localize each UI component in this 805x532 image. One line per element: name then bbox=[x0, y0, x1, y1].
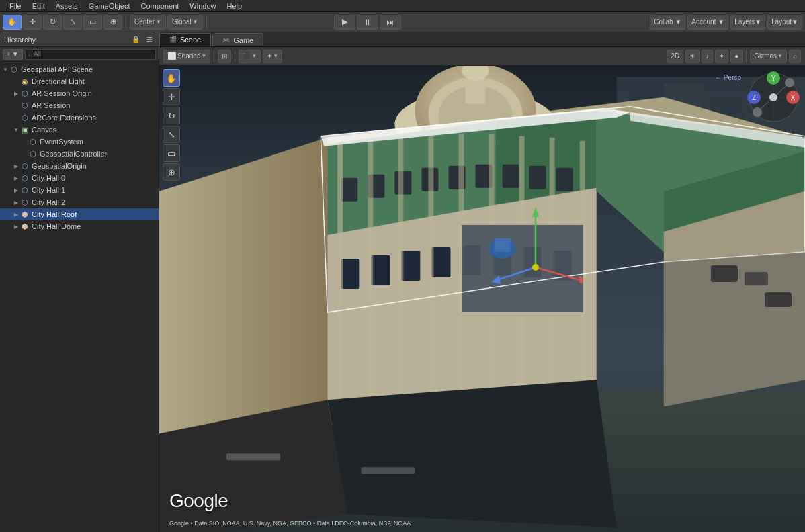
scene-tab-icon: 🎬 bbox=[169, 36, 177, 43]
svg-rect-23 bbox=[341, 178, 357, 202]
space-btn[interactable]: Global ▼ bbox=[167, 15, 203, 30]
scene-view[interactable]: ✋ ✛ ↻ ⤡ ▭ ⊕ ← Pers bbox=[159, 66, 805, 532]
hierarchy-lock-icon[interactable]: 🔒 bbox=[130, 34, 141, 45]
hier-item-city-hall-1[interactable]: ▶ ⬡ City Hall 1 bbox=[0, 184, 159, 196]
svg-point-83 bbox=[753, 107, 762, 117]
hier-item-ar-session-origin[interactable]: ▶ ⬡ AR Session Origin bbox=[0, 87, 159, 99]
hierarchy-search[interactable] bbox=[25, 49, 156, 60]
collab-btn[interactable]: Collab ▼ bbox=[650, 15, 685, 30]
light-icon: ◉ bbox=[20, 77, 30, 86]
hierarchy-add-btn[interactable]: + ▼ bbox=[3, 49, 23, 60]
hierarchy-menu-icon[interactable]: ☰ bbox=[144, 34, 155, 45]
svg-rect-57 bbox=[361, 467, 415, 474]
hier-item-city-hall-2[interactable]: ▶ ⬡ City Hall 2 bbox=[0, 196, 159, 208]
lighting-btn[interactable]: ☀ bbox=[685, 50, 700, 63]
2d-btn[interactable]: 2D bbox=[667, 50, 683, 63]
hier-item-geospatial-origin[interactable]: ▶ ⬡ GeospatialOrigin bbox=[0, 160, 159, 172]
arrow-canvas: ▼ bbox=[12, 126, 20, 134]
account-btn[interactable]: Account ▼ bbox=[687, 15, 728, 30]
hier-item-city-hall-0[interactable]: ▶ ⬡ City Hall 0 bbox=[0, 172, 159, 184]
go-icon-arcoreext: ⬡ bbox=[20, 113, 30, 122]
audio-btn[interactable]: ♪ bbox=[702, 50, 713, 63]
hier-label-geoctrl: GeospatialController bbox=[40, 150, 156, 158]
svg-marker-55 bbox=[327, 380, 616, 527]
game-tab-label: Game bbox=[233, 36, 253, 44]
add-arrow: ▼ bbox=[12, 50, 19, 58]
menu-file[interactable]: File bbox=[4, 2, 27, 10]
search-scene-btn[interactable]: ⌕ bbox=[789, 50, 801, 63]
scene-rect-btn[interactable]: ▭ bbox=[163, 144, 180, 162]
layers-btn[interactable]: Layers ▼ bbox=[730, 15, 765, 30]
fx-effects-btn[interactable]: ✦ bbox=[715, 50, 728, 63]
move-tool[interactable]: ✛ bbox=[23, 15, 42, 30]
rotate-tool[interactable]: ↻ bbox=[43, 15, 62, 30]
menu-component[interactable]: Component bbox=[135, 2, 184, 10]
scene-transform-btn[interactable]: ⊕ bbox=[163, 163, 180, 181]
hier-item-canvas[interactable]: ▼ ▣ Canvas bbox=[0, 124, 159, 136]
svg-rect-61 bbox=[745, 272, 768, 285]
menu-assets[interactable]: Assets bbox=[50, 2, 83, 10]
hier-label-chroof: City Hall Roof bbox=[32, 210, 156, 218]
hand-tool[interactable]: ✋ bbox=[3, 15, 22, 30]
tab-game[interactable]: 🎮 Game bbox=[212, 33, 263, 46]
tab-scene[interactable]: 🎬 Scene bbox=[159, 33, 211, 46]
step-button[interactable]: ⏭ bbox=[380, 15, 401, 30]
transform-tool[interactable]: ⊕ bbox=[103, 15, 122, 30]
scene-rotate-btn[interactable]: ↻ bbox=[163, 107, 180, 124]
svg-rect-62 bbox=[765, 292, 792, 307]
2d-label: 2D bbox=[671, 52, 679, 60]
go-icon-ch1: ⬡ bbox=[20, 185, 30, 195]
audio-icon: ♪ bbox=[706, 52, 709, 60]
hier-item-city-hall-roof[interactable]: ▶ ⬢ City Hall Roof bbox=[0, 208, 159, 220]
menu-edit[interactable]: Edit bbox=[27, 2, 50, 10]
svg-text:X: X bbox=[791, 94, 796, 101]
rect-tool[interactable]: ▭ bbox=[83, 15, 102, 30]
svg-rect-42 bbox=[398, 138, 403, 406]
scene-icon: ⬡ bbox=[9, 64, 19, 74]
scene-scale-btn[interactable]: ⤡ bbox=[163, 126, 180, 143]
menu-help[interactable]: Help bbox=[221, 2, 247, 10]
hierarchy-list: ▼ ⬡ Geospatial API Scene ▶ ◉ Directional… bbox=[0, 62, 159, 532]
view-gizmo[interactable]: Y X Z bbox=[747, 71, 800, 124]
svg-rect-31 bbox=[556, 168, 573, 191]
stb-sep1 bbox=[214, 50, 214, 62]
draw-mode-label: Shaded bbox=[177, 52, 200, 60]
scene-canvas bbox=[159, 66, 805, 532]
hier-label-ch2: City Hall 2 bbox=[32, 198, 156, 206]
mesh-icon-chroof: ⬢ bbox=[20, 210, 30, 219]
gizmos-btn[interactable]: Gizmos ▼ bbox=[750, 50, 787, 63]
svg-rect-56 bbox=[226, 453, 280, 460]
fx-btn[interactable]: ✦ ▼ bbox=[263, 50, 282, 63]
layout-btn[interactable]: Layout ▼ bbox=[767, 15, 802, 30]
pause-button[interactable]: ⏸ bbox=[357, 15, 378, 30]
world-grid-btn[interactable]: ⊞ bbox=[218, 50, 231, 63]
svg-rect-33 bbox=[371, 255, 390, 285]
scene-hand-btn[interactable]: ✋ bbox=[163, 69, 180, 87]
hier-item-event-system[interactable]: ▶ ⬡ EventSystem bbox=[0, 136, 159, 148]
hier-item-arcore-ext[interactable]: ▶ ⬡ ARCore Extensions bbox=[0, 112, 159, 124]
scene-move-btn[interactable]: ✛ bbox=[163, 88, 180, 105]
hier-item-ar-session[interactable]: ▶ ⬡ AR Session bbox=[0, 99, 159, 112]
hier-item-city-hall-dome[interactable]: ▶ ⬢ City Hall Dome bbox=[0, 220, 159, 232]
scale-tool[interactable]: ⤡ bbox=[63, 15, 82, 30]
pivot-group: Center ▼ Global ▼ bbox=[130, 15, 203, 30]
svg-marker-64 bbox=[532, 207, 539, 217]
hier-label-chdome: City Hall Dome bbox=[32, 222, 156, 230]
render-scale-btn[interactable]: ⬛ ▼ bbox=[239, 50, 261, 63]
menu-gameobject[interactable]: GameObject bbox=[83, 2, 136, 10]
hier-item-directional-light[interactable]: ▶ ◉ Directional Light bbox=[0, 75, 159, 87]
scene-view-options-btn[interactable]: ● bbox=[730, 50, 743, 63]
hier-label-scene: Geospatial API Scene bbox=[21, 65, 156, 73]
play-button[interactable]: ▶ bbox=[334, 15, 355, 30]
arrow-arsession: ▶ bbox=[12, 89, 20, 97]
hierarchy-panel: Hierarchy 🔒 ☰ + ▼ ▼ ⬡ Geospatial API Sce… bbox=[0, 32, 159, 532]
hier-item-geospatial-ctrl[interactable]: ▶ ⬡ GeospatialController bbox=[0, 148, 159, 160]
gizmos-label: Gizmos bbox=[754, 52, 777, 60]
pivot-btn[interactable]: Center ▼ bbox=[130, 15, 166, 30]
data-attribution: Google • Data SIO, NOAA, U.S. Navy, NGA,… bbox=[169, 520, 411, 527]
menu-window[interactable]: Window bbox=[184, 2, 221, 10]
hier-item-geospatial-api-scene[interactable]: ▼ ⬡ Geospatial API Scene bbox=[0, 63, 159, 75]
arrow-geoorigin: ▶ bbox=[12, 162, 20, 170]
transform-gizmo bbox=[489, 200, 583, 294]
draw-mode-btn[interactable]: ⬜ Shaded ▼ bbox=[163, 50, 210, 63]
